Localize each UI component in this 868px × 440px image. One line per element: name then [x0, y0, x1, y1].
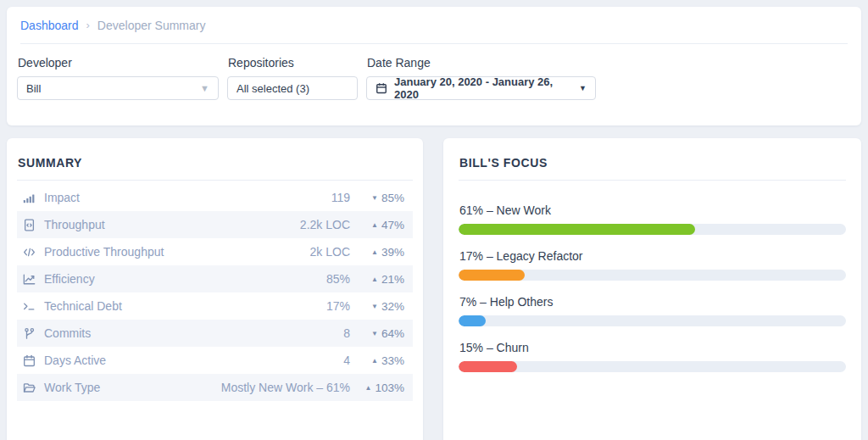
summary-row[interactable]: Impact119▼85% [17, 184, 413, 211]
calendar-icon [22, 354, 36, 367]
metric-trend: ▲33% [350, 354, 404, 367]
metric-value: Mostly New Work – 61% [221, 381, 350, 394]
metric-label: Impact [44, 191, 331, 204]
filter-panel: Dashboard › Developer Summary Developer … [7, 7, 861, 125]
metric-value: 85% [326, 272, 350, 286]
metric-value: 8 [343, 326, 350, 340]
developer-label: Developer [18, 56, 219, 70]
metric-value: 17% [326, 299, 350, 313]
focus-card: BILL'S FOCUS 61% – New Work17% – Legacy … [443, 138, 861, 440]
metric-value: 119 [331, 191, 350, 204]
metric-trend: ▼32% [350, 300, 404, 313]
metric-label: Technical Debt [44, 299, 326, 313]
summary-row[interactable]: Throughput2.2k LOC▲47% [17, 211, 413, 238]
bar-chart-icon [22, 191, 36, 204]
metric-label: Commits [44, 326, 343, 340]
trend-up-icon: ▲ [371, 276, 378, 283]
metric-label: Days Active [44, 354, 343, 367]
chevron-down-icon: ▼ [200, 84, 209, 93]
chevron-down-icon: ▼ [579, 85, 587, 92]
summary-row[interactable]: Technical Debt17%▼32% [17, 292, 413, 320]
developer-select[interactable]: Bill ▼ [17, 76, 219, 100]
repositories-value: All selected (3) [236, 82, 309, 95]
breadcrumb: Dashboard › Developer Summary [7, 7, 861, 43]
terminal-icon [22, 299, 36, 313]
line-chart-icon [22, 272, 36, 286]
focus-bar-label: 15% – Churn [459, 341, 846, 354]
date-range-value: January 20, 2020 - January 26, 2020 [394, 75, 579, 101]
summary-row[interactable]: Productive Throughput2k LOC▲39% [17, 238, 413, 265]
summary-row[interactable]: Commits8▼64% [17, 320, 413, 347]
trend-up-icon: ▲ [371, 248, 378, 256]
metric-label: Productive Throughput [44, 245, 310, 259]
breadcrumb-separator-icon: › [86, 19, 90, 31]
metric-value: 2k LOC [310, 245, 350, 259]
summary-row[interactable]: Efficiency85%▲21% [17, 265, 413, 292]
focus-bar-group: 15% – Churn [459, 341, 846, 372]
repositories-select[interactable]: All selected (3) [227, 76, 358, 100]
focus-bar-track [459, 224, 846, 235]
breadcrumb-current: Developer Summary [97, 19, 206, 32]
metric-trend: ▲47% [350, 219, 404, 231]
date-range-filter: Date Range January 20, 2020 - January 26… [366, 56, 596, 100]
summary-row[interactable]: Work TypeMostly New Work – 61%▲103% [17, 374, 413, 401]
breadcrumb-link-dashboard[interactable]: Dashboard [20, 19, 79, 32]
file-code-icon [22, 218, 36, 231]
date-range-label: Date Range [367, 56, 596, 70]
card-divider [459, 180, 846, 181]
code-icon [22, 245, 36, 259]
metric-trend: ▼64% [350, 327, 404, 340]
focus-bar-group: 61% – New Work [459, 203, 846, 235]
focus-bar-fill [459, 315, 486, 326]
trend-down-icon: ▼ [371, 303, 378, 310]
metric-label: Work Type [44, 381, 221, 394]
filter-bar: Developer Bill ▼ Repositories All select… [7, 44, 861, 100]
focus-bar-label: 7% – Help Others [459, 295, 846, 309]
developer-filter: Developer Bill ▼ [17, 56, 219, 100]
summary-title: SUMMARY [17, 138, 413, 180]
focus-bar-label: 17% – Legacy Refactor [459, 249, 846, 263]
date-range-picker[interactable]: January 20, 2020 - January 26, 2020 ▼ [366, 76, 596, 100]
trend-up-icon: ▲ [365, 384, 372, 392]
metric-trend: ▼85% [350, 192, 404, 204]
focus-bar-fill [459, 224, 695, 235]
focus-bar-fill [459, 361, 517, 372]
calendar-icon [376, 82, 387, 94]
content-area: SUMMARY Impact119▼85%Throughput2.2k LOC▲… [7, 138, 861, 440]
focus-bar-track [459, 270, 846, 281]
trend-down-icon: ▼ [371, 194, 378, 202]
metric-label: Throughput [44, 218, 300, 231]
card-divider [17, 180, 413, 181]
git-branch-icon [22, 326, 36, 340]
trend-up-icon: ▲ [371, 221, 378, 229]
focus-bar-track [459, 361, 846, 372]
focus-bar-fill [459, 270, 525, 281]
repositories-filter: Repositories All selected (3) [227, 56, 358, 100]
metric-trend: ▲39% [350, 246, 404, 259]
repositories-label: Repositories [228, 56, 358, 70]
focus-title: BILL'S FOCUS [459, 138, 846, 180]
metric-value: 4 [343, 354, 350, 367]
summary-table: Impact119▼85%Throughput2.2k LOC▲47%Produ… [17, 184, 413, 401]
metric-trend: ▲21% [350, 273, 404, 286]
focus-bar-track [459, 315, 846, 326]
focus-bar-group: 7% – Help Others [459, 295, 846, 326]
metric-value: 2.2k LOC [300, 218, 350, 231]
trend-up-icon: ▲ [371, 357, 378, 365]
folder-open-icon [22, 381, 36, 394]
metric-label: Efficiency [44, 272, 326, 286]
summary-row[interactable]: Days Active4▲33% [17, 347, 413, 374]
focus-bar-chart: 61% – New Work17% – Legacy Refactor7% – … [459, 203, 846, 372]
developer-value: Bill [26, 82, 41, 95]
metric-trend: ▲103% [350, 382, 404, 394]
focus-bar-label: 61% – New Work [459, 203, 846, 217]
focus-bar-group: 17% – Legacy Refactor [459, 249, 846, 281]
trend-down-icon: ▼ [371, 330, 378, 337]
summary-card: SUMMARY Impact119▼85%Throughput2.2k LOC▲… [7, 138, 423, 440]
